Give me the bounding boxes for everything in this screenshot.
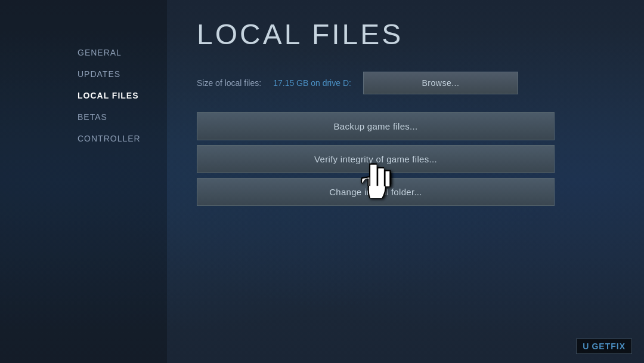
action-buttons: Backup game files... Verify integrity of…: [197, 112, 555, 206]
size-label: Size of local files:: [197, 78, 261, 88]
watermark-u: U: [583, 342, 589, 351]
watermark-box: U GETFIX: [576, 339, 632, 354]
watermark-text: GETFIX: [592, 342, 626, 351]
install-folder-button[interactable]: Change install folder...: [197, 178, 555, 206]
sidebar-item-betas[interactable]: BETAS: [78, 106, 167, 128]
sidebar-item-updates[interactable]: UPDATES: [78, 63, 167, 85]
sidebar-item-controller[interactable]: CONTROLLER: [78, 128, 167, 149]
backup-button[interactable]: Backup game files...: [197, 112, 555, 140]
size-value-link[interactable]: 17.15 GB on drive D:: [273, 78, 351, 88]
size-row: Size of local files: 17.15 GB on drive D…: [197, 72, 614, 94]
sidebar-item-local-files[interactable]: LOCAL FILES: [78, 85, 167, 106]
page-title: LOCAL FILES: [197, 18, 614, 51]
watermark: U GETFIX: [576, 339, 632, 354]
sidebar: GENERAL UPDATES LOCAL FILES BETAS CONTRO…: [0, 0, 167, 363]
verify-button[interactable]: Verify integrity of game files...: [197, 145, 555, 173]
browse-button[interactable]: Browse...: [363, 72, 518, 94]
sidebar-item-general[interactable]: GENERAL: [78, 42, 167, 63]
main-content: LOCAL FILES Size of local files: 17.15 G…: [167, 0, 644, 363]
